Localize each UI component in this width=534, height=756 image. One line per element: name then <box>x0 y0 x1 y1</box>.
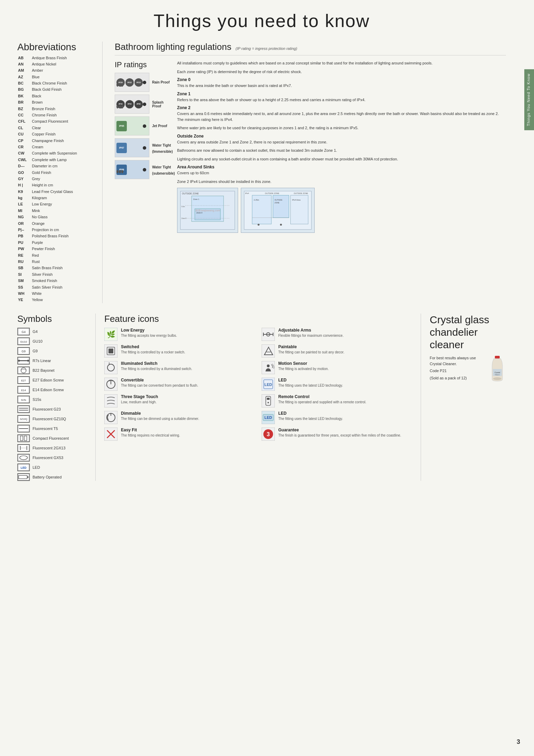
symbol-label: E14 Edison Screw <box>33 388 64 392</box>
symbol-icon <box>17 434 30 442</box>
abbr-code: PW <box>17 246 31 252</box>
feature-icon-switch <box>104 344 117 358</box>
abbr-row: CUCopper Finish <box>17 131 90 138</box>
feature-name: Easy Fit <box>121 428 180 432</box>
abbr-row: BRBrown <box>17 99 90 106</box>
abbr-label: Cream <box>31 144 90 150</box>
symbol-icon: E14 <box>17 386 30 394</box>
symbol-item: Fluorescent GX53 <box>17 454 87 461</box>
abbr-code: kg <box>17 195 31 201</box>
abbr-row: AMAmber <box>17 68 90 74</box>
symbol-icon <box>17 473 30 481</box>
symbol-label: Fluorescent 2GX13 <box>33 446 65 450</box>
feature-item: 3 Guarantee The finish is guaranteed for… <box>262 428 412 441</box>
abbr-row: CCChrome Finish <box>17 112 90 118</box>
feature-text: LED The fitting uses the latest LED tech… <box>278 378 343 388</box>
ip-text-col: All installations must comply to guideli… <box>177 60 506 233</box>
ip-splash-proof: IP44 IP54 IP55 Splash Proof <box>115 95 170 114</box>
symbol-label: S15s <box>33 397 41 402</box>
abbr-code: RE <box>17 252 31 258</box>
svg-text:OUTSIDE ZONE: OUTSIDE ZONE <box>182 192 199 195</box>
svg-rect-92 <box>104 411 117 424</box>
abbr-code: CC <box>17 112 31 118</box>
zone0-text: This is the area inside the bath or show… <box>177 83 506 89</box>
svg-point-91 <box>268 402 269 403</box>
abbr-code: K9 <box>17 188 31 195</box>
feature-icon-remote <box>262 394 275 407</box>
abbr-label: Silver Finish <box>31 271 90 278</box>
symbol-item: E27 E27 Edison Screw <box>17 376 87 384</box>
abbr-row: BCBlack Chrome Finish <box>17 80 90 87</box>
svg-text:E14: E14 <box>21 389 26 392</box>
feature-item: Easy Fit The fitting requires no electri… <box>104 428 255 441</box>
svg-rect-104 <box>495 356 500 359</box>
abbr-code: YE <box>17 297 31 303</box>
outside-text1: Covers any area outside Zone 1 and Zone … <box>177 139 506 145</box>
feature-icon-dimmer <box>104 411 117 424</box>
ip-jet-proof: IP65 Jet Proof <box>115 116 170 135</box>
outside-text2: Bathrooms are now allowed to contain a s… <box>177 148 506 153</box>
abbr-code: SM <box>17 278 31 284</box>
abbr-code: RU <box>17 259 31 265</box>
abbr-label: Antique Nickel <box>31 61 90 67</box>
feature-text: Dimmable The fitting can be dimmed using… <box>121 411 199 421</box>
abbr-row: PBPolished Brass Finish <box>17 233 90 239</box>
outside-text3: Lighting circuits and any socket-outlet … <box>177 156 506 162</box>
symbol-label: G4 <box>33 329 38 334</box>
feature-icon-leaf: 🌿 <box>104 328 117 341</box>
symbol-icon: E27 <box>17 376 30 384</box>
feature-name: Illuminated Switch <box>121 361 192 366</box>
abbr-row: OROrange <box>17 220 90 227</box>
abbr-row: PUPurple <box>17 239 90 246</box>
feature-name: Dimmable <box>121 411 199 416</box>
symbol-item: Fluorescent 2GX13 <box>17 444 87 452</box>
abbr-label: Clear <box>31 125 90 131</box>
abbr-label: Red <box>31 252 90 258</box>
abbr-code: GY <box>17 176 31 182</box>
feature-name: LED <box>278 411 343 416</box>
feature-icon-led2: LED <box>262 411 275 424</box>
zone1-title: Zone 1 <box>177 91 506 96</box>
feature-desc: The fitting requires no electrical wirin… <box>121 433 180 438</box>
feature-desc: The fitting can be converted from pendan… <box>121 383 198 388</box>
abbr-code: MI <box>17 208 31 214</box>
symbol-icon <box>17 444 30 452</box>
water-tight-submersible-label: Water Tight(submersible) <box>152 165 175 175</box>
zone1-text: Refers to the area above the bath or sho… <box>177 97 506 103</box>
svg-rect-15 <box>273 195 289 218</box>
feature-desc: The fitting can be dimmed using a suitab… <box>121 416 199 421</box>
symbol-label: R7s Linear <box>33 359 51 363</box>
svg-text:LED: LED <box>21 466 27 469</box>
symbol-label: LED <box>33 465 40 469</box>
splash-proof-label: Splash Proof <box>152 100 170 108</box>
crystal-content: For best results always use Crystal Clea… <box>430 355 506 382</box>
abbr-code: SB <box>17 265 31 271</box>
symbol-item: Fluorescent T5 <box>17 425 87 432</box>
feature-icon-motion <box>262 361 275 374</box>
abbr-label: Bronze Finish <box>31 106 90 112</box>
abbr-label: Blue <box>31 74 90 80</box>
crystal-code: Code P21 <box>430 368 485 374</box>
symbol-item: G9 G9 <box>17 347 87 355</box>
symbol-label: Fluorescent T5 <box>33 427 58 431</box>
zone-diagram-1: 涂改/wajiawang.com OUTSIDE ZONE Zone 1 Zon… <box>177 188 238 233</box>
symbols-section: Symbols G4 G4 GU10 GU10 G9 G9 R7s Linear… <box>17 314 87 481</box>
symbol-icon <box>17 425 30 432</box>
regulations-section: Bathroom lighting regulations (IP rating… <box>115 42 506 303</box>
symbol-label: Fluorescent G23 <box>33 407 61 411</box>
svg-text:3: 3 <box>267 431 270 437</box>
symbol-item: S15s S15s <box>17 396 87 403</box>
sinks-text1: Covers up to 60cm <box>177 170 506 176</box>
abbr-code: BK <box>17 93 31 99</box>
feature-item: LED LED The fitting uses the latest LED … <box>262 411 412 424</box>
features-title: Feature icons <box>104 314 412 324</box>
feature-icon-illuminated <box>104 361 117 374</box>
abbr-label: White <box>31 290 90 297</box>
symbol-item: Compact Fluorescent <box>17 434 87 442</box>
symbol-icon: GZ10Q <box>17 415 30 423</box>
features-section: Feature icons 🌿 Low Energy The fitting a… <box>104 314 412 481</box>
feature-text: Illuminated Switch The fitting is contro… <box>121 361 192 371</box>
svg-text:G9: G9 <box>21 350 26 353</box>
abbr-code: AZ <box>17 74 31 80</box>
abbr-row: SBSatin Brass Finish <box>17 265 90 271</box>
